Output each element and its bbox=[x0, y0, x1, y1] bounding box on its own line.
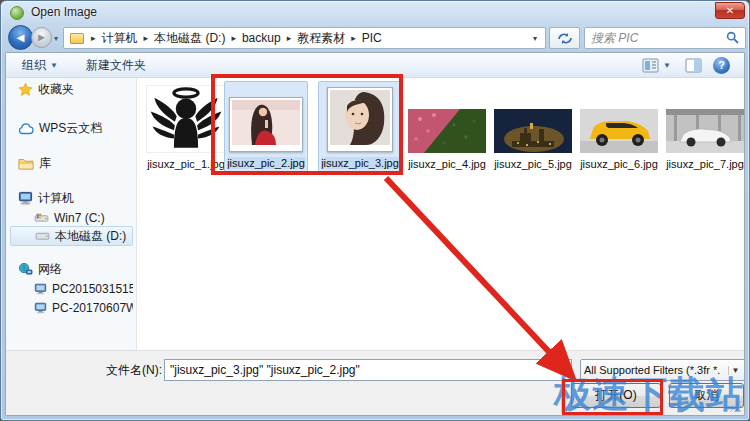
sidebar-item-computer[interactable]: 计算机 bbox=[10, 188, 133, 208]
new-folder-button[interactable]: 新建文件夹 bbox=[78, 57, 154, 74]
close-button[interactable]: ✕ bbox=[715, 2, 745, 19]
sidebar-item-label: Win7 (C:) bbox=[54, 211, 105, 225]
search-box bbox=[584, 27, 746, 49]
sidebar-item-local-disk-d[interactable]: 本地磁盘 (D:) bbox=[10, 226, 133, 246]
new-folder-label: 新建文件夹 bbox=[86, 57, 146, 74]
white-car-showroom-thumbnail bbox=[666, 109, 744, 153]
file-list: jisuxz_pic_1.jpg jisuxz_pic_2.jpg bbox=[138, 78, 744, 350]
file-item-jisuxz-pic-2[interactable]: jisuxz_pic_2.jpg bbox=[224, 81, 308, 173]
breadcrumb-computer[interactable]: 计算机 bbox=[101, 30, 139, 47]
file-item-jisuxz-pic-7[interactable]: jisuxz_pic_7.jpg bbox=[663, 81, 745, 173]
breadcrumb-local-disk-d[interactable]: 本地磁盘 (D:) bbox=[153, 30, 226, 47]
file-name: jisuxz_pic_4.jpg bbox=[407, 158, 487, 170]
address-bar: ◄ ► ▾ ▸ 计算机 ▸ 本地磁盘 (D:) ▸ backup ▸ 教程素材 … bbox=[1, 24, 749, 52]
file-name: jisuxz_pic_2.jpg bbox=[227, 157, 305, 169]
sidebar-item-favorites[interactable]: 收藏夹 bbox=[10, 79, 133, 99]
sidebar-item-libraries[interactable]: 库 bbox=[10, 153, 133, 173]
refresh-button[interactable] bbox=[549, 27, 580, 49]
pc-icon bbox=[34, 302, 47, 314]
breadcrumb-separator-icon: ▸ bbox=[86, 33, 101, 43]
file-item-jisuxz-pic-4[interactable]: jisuxz_pic_4.jpg bbox=[405, 81, 489, 173]
file-name: jisuxz_pic_3.jpg bbox=[321, 157, 399, 169]
sidebar-item-pc-20170607wiun[interactable]: PC-20170607WIUN bbox=[10, 298, 133, 318]
dialog-client-area: 组织 ▼ 新建文件夹 ▼ bbox=[5, 52, 745, 416]
filename-input[interactable] bbox=[164, 359, 572, 381]
star-icon bbox=[18, 82, 33, 97]
preview-pane-button[interactable] bbox=[682, 58, 705, 73]
main-area: 收藏夹 WPS云文档 库 bbox=[6, 78, 744, 350]
help-button[interactable]: ? bbox=[713, 57, 730, 74]
folder-icon bbox=[70, 33, 84, 44]
sidebar-item-label: PC-20170607WIUN bbox=[52, 301, 133, 315]
address-dropdown-icon[interactable]: ▾ bbox=[529, 34, 541, 43]
organize-label: 组织 bbox=[22, 57, 46, 74]
castle-night-thumbnail bbox=[494, 109, 572, 153]
refresh-icon bbox=[557, 32, 573, 45]
file-item-jisuxz-pic-1[interactable]: jisuxz_pic_1.jpg bbox=[144, 81, 228, 173]
library-icon bbox=[18, 157, 34, 170]
sidebar-item-label: 计算机 bbox=[38, 190, 74, 207]
forward-button[interactable]: ► bbox=[31, 27, 52, 48]
filename-label: 文件名(N): bbox=[106, 362, 162, 379]
cloud-icon bbox=[18, 122, 34, 135]
sidebar-item-label: 收藏夹 bbox=[38, 81, 74, 98]
views-icon bbox=[642, 58, 659, 73]
breadcrumb-separator-icon: ▸ bbox=[226, 33, 241, 43]
sidebar-item-win7-c[interactable]: Win7 (C:) bbox=[10, 208, 133, 228]
breadcrumb-pic[interactable]: PIC bbox=[361, 31, 383, 45]
breadcrumb-tutorial-material[interactable]: 教程素材 bbox=[296, 30, 346, 47]
network-icon bbox=[18, 262, 33, 276]
app-icon bbox=[10, 6, 24, 20]
file-name: jisuxz_pic_7.jpg bbox=[665, 158, 745, 170]
sidebar-item-label: 网络 bbox=[38, 261, 62, 278]
open-image-dialog: Open Image ✕ ◄ ► ▾ ▸ 计算机 ▸ 本地磁盘 (D:) ▸ b… bbox=[0, 0, 750, 421]
chevron-down-icon: ▼ bbox=[728, 366, 742, 375]
woman-portrait-thumbnail bbox=[330, 90, 390, 145]
organize-button[interactable]: 组织 ▼ bbox=[14, 57, 66, 74]
file-item-jisuxz-pic-5[interactable]: jisuxz_pic_5.jpg bbox=[491, 81, 575, 173]
nav-history-chevron-icon[interactable]: ▾ bbox=[54, 34, 58, 43]
breadcrumb[interactable]: ▸ 计算机 ▸ 本地磁盘 (D:) ▸ backup ▸ 教程素材 ▸ PIC … bbox=[63, 27, 546, 49]
preview-pane-icon bbox=[685, 58, 702, 73]
yellow-suv-thumbnail bbox=[580, 109, 658, 153]
pc-icon bbox=[34, 283, 47, 295]
breadcrumb-separator-icon: ▸ bbox=[139, 33, 154, 43]
resize-grip[interactable] bbox=[729, 400, 741, 412]
breadcrumb-separator-icon: ▸ bbox=[346, 33, 361, 43]
command-toolbar: 组织 ▼ 新建文件夹 ▼ bbox=[6, 53, 744, 78]
sidebar-item-label: PC201503151538 bbox=[52, 282, 133, 296]
pink-blossom-forest-thumbnail bbox=[408, 109, 486, 153]
file-item-jisuxz-pic-6[interactable]: jisuxz_pic_6.jpg bbox=[577, 81, 661, 173]
title-bar: Open Image ✕ bbox=[1, 1, 749, 24]
dialog-footer: 文件名(N): All Supported Filters (*.3fr *. … bbox=[6, 350, 744, 415]
woman-red-dress-thumbnail bbox=[232, 100, 300, 145]
window-title: Open Image bbox=[31, 5, 97, 19]
chevron-down-icon: ▼ bbox=[50, 61, 58, 70]
drive-icon bbox=[35, 231, 50, 241]
os-drive-icon bbox=[34, 213, 49, 223]
computer-icon bbox=[18, 191, 33, 205]
search-icon bbox=[726, 31, 739, 44]
angel-silhouette-thumbnail bbox=[146, 85, 226, 153]
sidebar-item-network[interactable]: 网络 bbox=[10, 259, 133, 279]
search-input[interactable] bbox=[589, 29, 719, 47]
chevron-down-icon: ▼ bbox=[663, 61, 671, 70]
breadcrumb-separator-icon: ▸ bbox=[282, 33, 297, 43]
navigation-pane: 收藏夹 WPS云文档 库 bbox=[6, 78, 137, 350]
sidebar-item-label: 库 bbox=[39, 155, 51, 172]
file-name: jisuxz_pic_6.jpg bbox=[579, 158, 659, 170]
change-view-button[interactable]: ▼ bbox=[639, 58, 674, 73]
file-name: jisuxz_pic_5.jpg bbox=[493, 158, 573, 170]
breadcrumb-backup[interactable]: backup bbox=[241, 31, 282, 45]
file-type-dropdown[interactable]: All Supported Filters (*.3fr *. ▼ bbox=[580, 359, 745, 381]
file-item-jisuxz-pic-3[interactable]: jisuxz_pic_3.jpg bbox=[318, 81, 402, 173]
sidebar-item-wps-cloud[interactable]: WPS云文档 bbox=[10, 118, 133, 138]
file-type-value: All Supported Filters (*.3fr *. bbox=[584, 364, 728, 376]
open-button[interactable]: 打开(O) bbox=[571, 383, 661, 408]
back-button[interactable]: ◄ bbox=[8, 25, 33, 50]
sidebar-item-label: 本地磁盘 (D:) bbox=[55, 228, 126, 245]
sidebar-item-label: WPS云文档 bbox=[39, 120, 102, 137]
file-name: jisuxz_pic_1.jpg bbox=[146, 158, 226, 170]
sidebar-item-pc201503151538[interactable]: PC201503151538 bbox=[10, 279, 133, 299]
